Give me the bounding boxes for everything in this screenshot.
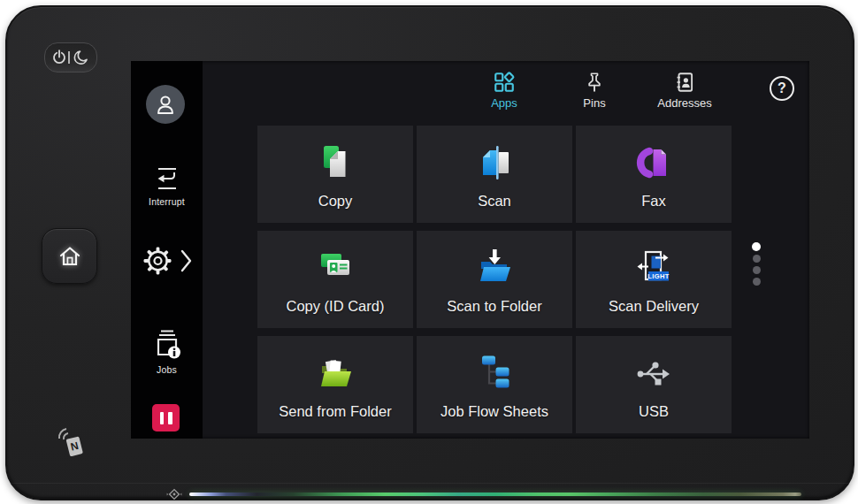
app-tile-copy-id-card[interactable]: Copy (ID Card) <box>257 231 413 328</box>
pause-bar <box>160 412 165 424</box>
app-tile-fax[interactable]: Fax <box>576 126 732 223</box>
tab-addresses[interactable]: Addresses <box>636 71 733 110</box>
fax-icon <box>631 140 677 186</box>
apps-grid-icon <box>493 71 516 94</box>
tab-pins[interactable]: Pins <box>546 71 643 110</box>
send-from-folder-icon <box>311 350 359 396</box>
jobs-icon <box>150 328 184 360</box>
jobs-label: Jobs <box>157 364 177 375</box>
settings-panel-toggle[interactable] <box>131 245 203 277</box>
page-dot <box>753 266 761 274</box>
id-card-icon <box>311 245 359 291</box>
page-dot <box>753 278 761 286</box>
touchscreen: Interrupt <box>131 61 809 439</box>
panel-seam <box>7 483 853 484</box>
usb-icon <box>629 350 678 396</box>
address-book-icon <box>673 71 696 94</box>
sidebar: Interrupt <box>131 61 203 439</box>
tab-apps-label: Apps <box>456 96 553 110</box>
home-icon <box>56 242 84 271</box>
jobs-button[interactable]: Jobs <box>131 328 203 375</box>
interrupt-button[interactable]: Interrupt <box>131 165 203 207</box>
copy-icon <box>312 140 358 186</box>
tab-addresses-label: Addresses <box>636 96 733 110</box>
app-label: Copy <box>318 193 353 210</box>
app-tile-usb[interactable]: USB <box>576 336 732 433</box>
home-screen: Apps Pins Addresses <box>203 61 809 439</box>
app-label: Copy (ID Card) <box>287 298 385 315</box>
svg-text:LIGHT: LIGHT <box>647 272 670 280</box>
app-label: USB <box>639 403 669 420</box>
app-tile-job-flow-sheets[interactable]: Job Flow Sheets <box>417 336 572 433</box>
app-label: Fax <box>641 193 666 210</box>
app-label: Send from Folder <box>279 403 391 420</box>
app-tile-scan[interactable]: Scan <box>417 126 572 223</box>
app-label: Job Flow Sheets <box>440 403 548 420</box>
scan-delivery-icon: LIGHT <box>629 245 678 291</box>
gear-icon <box>143 248 171 275</box>
data-indicator-icon <box>166 488 182 500</box>
printer-control-panel: N Interrupt <box>5 5 854 500</box>
tab-apps[interactable]: Apps <box>456 71 553 110</box>
nfc-icon: N <box>53 424 90 463</box>
help-question-icon: ? <box>778 80 786 96</box>
pause-button[interactable] <box>152 404 180 431</box>
user-login-button[interactable] <box>146 85 185 124</box>
app-tile-scan-delivery[interactable]: LIGHT Scan Delivery <box>576 231 732 328</box>
nfc-touch-area[interactable]: N <box>53 424 90 463</box>
pin-icon <box>583 71 606 94</box>
status-led-area <box>166 488 801 500</box>
job-flow-sheets-icon <box>471 350 518 396</box>
interrupt-label: Interrupt <box>149 196 185 207</box>
user-icon <box>154 93 177 116</box>
page-indicator[interactable] <box>751 239 762 289</box>
home-button[interactable] <box>42 228 97 284</box>
app-tile-copy[interactable]: Copy <box>257 126 413 223</box>
settings-gear-chevron <box>142 245 193 277</box>
power-wake-button[interactable] <box>44 42 97 73</box>
page-dot-active <box>752 242 761 251</box>
chevron-right-icon <box>182 251 190 271</box>
app-tile-scan-to-folder[interactable]: Scan to Folder <box>417 231 572 328</box>
app-label: Scan <box>478 193 511 210</box>
help-button[interactable]: ? <box>770 76 794 101</box>
scan-icon <box>471 140 517 186</box>
app-label: Scan Delivery <box>609 298 699 315</box>
status-led-strip <box>189 493 801 496</box>
scan-to-folder-icon <box>471 245 518 291</box>
tab-pins-label: Pins <box>546 96 643 110</box>
page-dot <box>753 255 761 263</box>
app-tile-send-from-folder[interactable]: Send from Folder <box>257 336 413 433</box>
app-grid: Copy Scan <box>257 126 732 433</box>
pause-bar <box>168 412 172 424</box>
power-moon-icon <box>51 50 90 65</box>
interrupt-icon <box>151 165 183 192</box>
app-label: Scan to Folder <box>447 298 541 315</box>
